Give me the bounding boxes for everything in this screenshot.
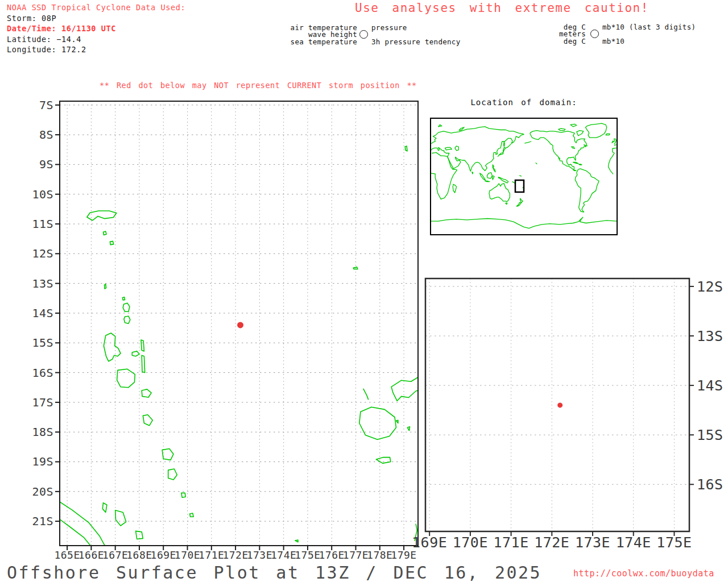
y-axis-label: 16S (32, 366, 53, 380)
x-axis-label: 170E (453, 534, 488, 551)
coastline (523, 187, 523, 188)
coastline (295, 540, 298, 542)
storm-id: Storm: 08P (7, 13, 185, 24)
x-axis-label: 165E (54, 549, 80, 561)
x-axis-label: 166E (78, 549, 104, 561)
storm-longitude: Longitude: 172.2 (7, 44, 185, 55)
coastline (585, 123, 606, 138)
coastline (472, 172, 473, 174)
y-axis-label: 13S (32, 277, 53, 290)
x-axis-label: 173E (247, 549, 272, 561)
x-axis-label: 174E (616, 534, 651, 551)
x-axis-label: 167E (102, 549, 128, 561)
coastline (506, 203, 507, 204)
coastline (512, 182, 515, 183)
y-axis-label: 20S (32, 485, 53, 498)
coastline (536, 163, 537, 164)
y-axis-label: 12S (32, 247, 53, 260)
x-axis-label: 170E (175, 549, 200, 561)
coastline (136, 531, 143, 539)
coastline (132, 351, 139, 356)
plot-frame (431, 118, 617, 235)
storm-latitude: Latitude: −14.4 (7, 34, 185, 45)
coastline (506, 144, 511, 148)
coastline (498, 177, 508, 183)
coastline (487, 173, 492, 178)
coastline (115, 510, 126, 526)
coastline (359, 407, 396, 439)
coastline (525, 142, 531, 143)
x-axis-label: 171E (493, 534, 528, 551)
y-axis-label: 10S (32, 188, 53, 201)
coastline (407, 427, 410, 431)
coastline (577, 131, 584, 136)
domain-rectangle (515, 180, 524, 192)
coastline (575, 169, 599, 212)
coastline (459, 127, 464, 131)
coastline (570, 124, 577, 127)
coastline (520, 198, 523, 203)
coastline (142, 389, 151, 397)
coastline (110, 241, 113, 244)
coastline (396, 420, 398, 423)
coastline (573, 162, 578, 163)
x-axis-label: 174E (271, 549, 296, 561)
coastline (480, 173, 486, 181)
plot-frame (60, 101, 418, 546)
storm-info-block: NOAA SSD Tropical Cyclone Data Used: Sto… (7, 2, 185, 55)
y-axis-label: 13S (697, 328, 723, 344)
source-url[interactable]: http://coolwx.com/buoydata (573, 568, 714, 579)
coastline (122, 297, 125, 300)
legend-pressure: pressure (371, 23, 407, 32)
coastline (124, 316, 130, 323)
coastline (57, 501, 106, 548)
x-axis-label: 172E (222, 549, 248, 561)
units-mb-top: mb*10 (last 3 digits) (602, 23, 696, 31)
x-axis-label: 172E (534, 534, 569, 551)
coastline (504, 142, 505, 147)
coastline (104, 333, 121, 361)
coastline (353, 267, 358, 269)
coastline (142, 355, 145, 372)
y-axis-label: 14S (697, 377, 723, 394)
x-axis-label: 175E (295, 549, 320, 561)
coastline (485, 181, 490, 182)
coastline (516, 202, 520, 206)
coastline (162, 449, 173, 460)
coastline (117, 369, 135, 387)
x-axis-label: 171E (198, 549, 224, 561)
legend-pressure-tendency: 3h pressure tendency (371, 38, 461, 46)
coastline (520, 176, 522, 176)
y-axis-label: 15S (697, 427, 723, 443)
y-axis-label: 11S (32, 217, 53, 231)
coastline (104, 231, 107, 235)
coastline (492, 176, 494, 180)
x-axis-label: 173E (575, 534, 610, 551)
page-title: Offshore Surface Plot at 13Z / DEC 16, 2… (7, 563, 541, 582)
storm-data-source: NOAA SSD Tropical Cyclone Data Used: (7, 2, 185, 13)
coastline (123, 303, 130, 311)
coastline (498, 147, 506, 156)
coastline (190, 513, 193, 517)
coastline (57, 518, 93, 550)
y-axis-label: 16S (697, 476, 723, 493)
y-axis-label: 7S (39, 98, 53, 112)
coastline (455, 146, 458, 151)
y-axis-label: 18S (32, 425, 53, 439)
y-axis-label: 21S (32, 514, 53, 528)
coastline (376, 458, 390, 464)
x-axis-label: 177E (343, 549, 369, 561)
inset-title: Location of domain: (431, 98, 617, 107)
legend-sea-temperature: sea temperature (267, 38, 357, 46)
coastline (559, 128, 565, 130)
y-axis-label: 14S (32, 306, 53, 320)
coastline (363, 389, 369, 399)
world-inset (431, 118, 617, 235)
coastline (489, 184, 510, 202)
coastline (431, 127, 616, 172)
coastline (493, 165, 495, 172)
coastline (87, 211, 117, 221)
coastline (612, 141, 614, 143)
x-axis-label: 176E (319, 549, 345, 561)
coastline (141, 340, 144, 351)
